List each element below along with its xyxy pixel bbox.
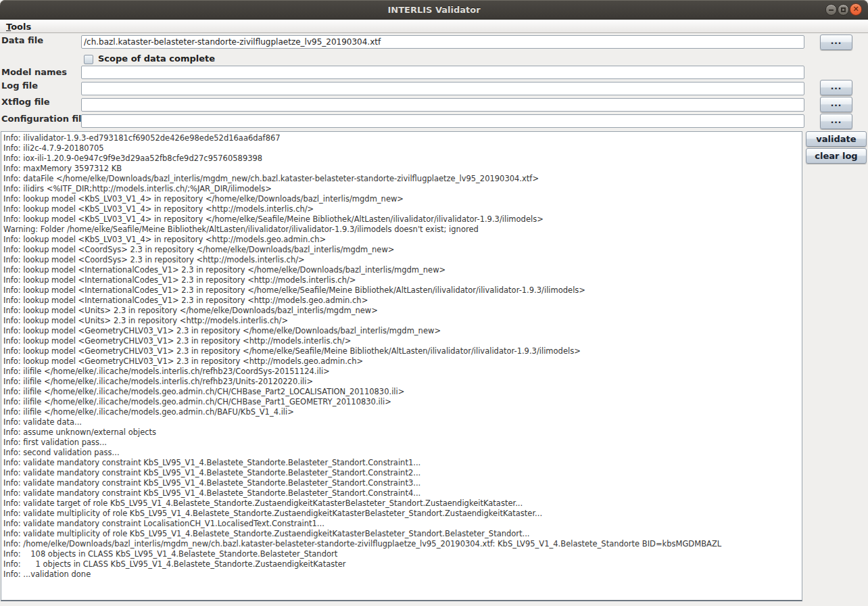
window-title: INTERLIS Validator bbox=[0, 0, 868, 20]
log-line: Info: first validation pass... bbox=[3, 438, 802, 448]
configuration-file-browse-button[interactable]: ... bbox=[820, 114, 852, 129]
log-line: Info: assume unknown/external objects bbox=[3, 427, 802, 438]
data-file-label: Data file bbox=[1, 35, 43, 45]
data-file-browse-button[interactable]: ... bbox=[820, 34, 852, 50]
log-line: Info: 1 objects in CLASS KbS_LV95_V1_4.B… bbox=[3, 559, 802, 569]
log-line: Info: lookup model <InternationalCodes_V… bbox=[3, 265, 802, 275]
log-line: Info: validate target of role KbS_LV95_V… bbox=[3, 498, 802, 509]
log-file-input[interactable] bbox=[81, 82, 804, 95]
log-line: Info: validate mandatory constraint KbS_… bbox=[3, 478, 802, 488]
configuration-file-label: Configuration file bbox=[1, 114, 87, 124]
log-line: Info: lookup model <Units> 2.3 in reposi… bbox=[3, 316, 802, 326]
log-line: Info: lookup model <GeometryCHLV03_V1> 2… bbox=[3, 346, 802, 356]
log-line: Info: lookup model <CoordSys> 2.3 in rep… bbox=[3, 245, 802, 255]
xtflog-file-input[interactable] bbox=[81, 98, 804, 112]
log-line: Info: lookup model <KbS_LV03_V1_4> in re… bbox=[3, 204, 802, 214]
menubar: Tools bbox=[0, 20, 868, 33]
log-line: Info: validate mandatory constraint KbS_… bbox=[3, 458, 802, 468]
app-window: INTERLIS Validator ✕ Tools Data file Mod… bbox=[0, 0, 868, 606]
log-line: Info: ilifile </home/elke/.ilicache/mode… bbox=[3, 367, 802, 377]
log-output-panel[interactable]: Info: ilivalidator-1.9.3-ed793181cf69052… bbox=[1, 131, 802, 601]
log-line: Info: validate mandatory constraint Loca… bbox=[3, 519, 802, 529]
maximize-button[interactable] bbox=[838, 4, 849, 16]
clear-log-button[interactable]: clear log bbox=[806, 148, 867, 164]
log-line: Info: lookup model <GeometryCHLV03_V1> 2… bbox=[3, 336, 802, 346]
log-line: Info: lookup model <GeometryCHLV03_V1> 2… bbox=[3, 356, 802, 367]
titlebar[interactable]: INTERLIS Validator ✕ bbox=[0, 0, 868, 20]
log-line: Info: lookup model <InternationalCodes_V… bbox=[3, 296, 802, 306]
log-line: Info: lookup model <Units> 2.3 in reposi… bbox=[3, 306, 802, 316]
data-file-input[interactable] bbox=[81, 35, 804, 49]
log-line: Info: dataFile </home/elke/Downloads/baz… bbox=[3, 174, 802, 184]
log-line: Info: ilivalidator-1.9.3-ed793181cf69052… bbox=[3, 133, 802, 143]
close-icon: ✕ bbox=[850, 4, 861, 15]
log-file-label: Log file bbox=[1, 80, 38, 91]
log-line: Info: ili2c-4.7.9-20180705 bbox=[3, 143, 802, 154]
menu-tools[interactable]: Tools bbox=[0, 21, 37, 34]
log-line: Warning: Folder /home/elke/Seafile/Meine… bbox=[3, 225, 802, 235]
log-file-browse-button[interactable]: ... bbox=[820, 80, 852, 95]
log-line: Info: ilifile </home/elke/.ilicache/mode… bbox=[3, 397, 802, 407]
log-line: Info: validate mandatory constraint KbS_… bbox=[3, 468, 802, 478]
log-line: Info: 108 objects in CLASS KbS_LV95_V1_4… bbox=[3, 549, 802, 559]
log-line: Info: ilifile </home/elke/.ilicache/mode… bbox=[3, 377, 802, 387]
log-line: Info: lookup model <KbS_LV03_V1_4> in re… bbox=[3, 235, 802, 245]
log-line: Info: iox-ili-1.20.9-0e947c9f9e3d29aa52f… bbox=[3, 154, 802, 164]
log-line: Info: validate mandatory constraint KbS_… bbox=[3, 488, 802, 498]
model-names-input[interactable] bbox=[81, 66, 804, 79]
log-line: Info: lookup model <InternationalCodes_V… bbox=[3, 285, 802, 296]
log-line: Info: lookup model <GeometryCHLV03_V1> 2… bbox=[3, 326, 802, 336]
validate-button[interactable]: validate bbox=[806, 131, 867, 147]
model-names-label: Model names bbox=[1, 67, 67, 77]
log-line: Info: ilidirs <%ITF_DIR;http://models.in… bbox=[3, 184, 802, 194]
configuration-file-input[interactable] bbox=[81, 114, 804, 128]
log-line: Info: lookup model <InternationalCodes_V… bbox=[3, 275, 802, 285]
log-line: Info: second validation pass... bbox=[3, 448, 802, 458]
maximize-icon bbox=[841, 7, 846, 12]
log-lines: Info: ilivalidator-1.9.3-ed793181cf69052… bbox=[1, 132, 802, 580]
log-line: Info: lookup model <KbS_LV03_V1_4> in re… bbox=[3, 214, 802, 225]
scope-of-data-complete-label: Scope of data complete bbox=[98, 53, 215, 64]
close-button[interactable]: ✕ bbox=[850, 3, 862, 16]
log-line: Info: ilifile </home/elke/.ilicache/mode… bbox=[3, 387, 802, 397]
minimize-icon bbox=[829, 9, 834, 11]
log-line: Info: validate multiplicity of role KbS_… bbox=[3, 529, 802, 539]
xtflog-file-label: Xtflog file bbox=[1, 97, 50, 107]
log-line: Info: validate data... bbox=[3, 417, 802, 427]
minimize-button[interactable] bbox=[825, 4, 837, 16]
log-line: Info: /home/elke/Downloads/bazl_interlis… bbox=[3, 539, 802, 549]
log-line: Info: ...validation done bbox=[3, 569, 802, 580]
log-line: Info: lookup model <KbS_LV03_V1_4> in re… bbox=[3, 194, 802, 204]
log-line: Info: lookup model <CoordSys> 2.3 in rep… bbox=[3, 255, 802, 265]
xtflog-file-browse-button[interactable]: ... bbox=[820, 97, 852, 112]
log-line: Info: validate multiplicity of role KbS_… bbox=[3, 509, 802, 519]
scope-of-data-complete-checkbox[interactable] bbox=[84, 55, 93, 64]
log-line: Info: ilifile </home/elke/.ilicache/mode… bbox=[3, 407, 802, 417]
log-line: Info: maxMemory 3597312 KB bbox=[3, 164, 802, 174]
